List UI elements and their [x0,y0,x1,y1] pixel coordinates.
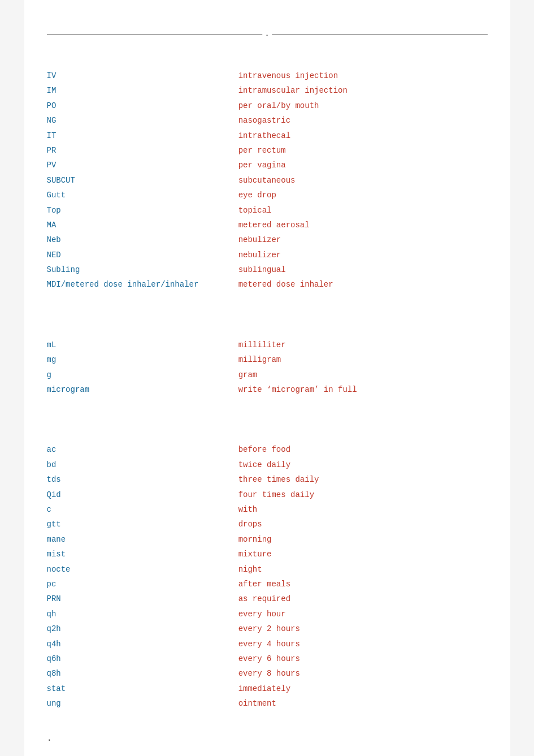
abbreviation-cell: gtt [47,517,238,532]
table-row: q2hevery 2 hours [47,621,488,636]
abbreviation-cell: NED [47,248,238,262]
definition-cell: nasogastric [238,113,488,128]
abbreviation-cell: Top [47,203,238,218]
table-row: Subling sublingual [47,262,488,277]
definition-cell: per oral/by mouth [238,98,488,113]
abbreviation-cell: microgram [47,382,238,397]
abbreviation-cell: stat [47,681,238,696]
top-divider: . [47,34,488,34]
abbreviation-cell: Gutt [47,188,238,202]
table-row: IMintramuscular injection [47,83,488,98]
abbreviation-cell: IV [47,68,238,83]
definition-cell: nebulizer [238,248,488,262]
definition-cell: twice daily [238,457,488,472]
table-row: bdtwice daily [47,457,488,472]
table-row: PVper vagina [47,158,488,172]
table-row: MDI/metered dose inhaler/inhalermetered … [47,277,488,292]
table-row: MAmetered aerosal [47,218,488,232]
table-row: Neb nebulizer [47,232,488,247]
abbreviation-cell: mane [47,532,238,547]
definition-cell: gram [238,368,488,382]
table-row: NG nasogastric [47,113,488,128]
definition-cell: after meals [238,577,488,591]
abbreviation-cell: IM [47,83,238,98]
page: . IVintravenous injectionIMintramuscular… [24,0,510,756]
table-row: Gutt eye drop [47,188,488,202]
definition-cell: nebulizer [238,232,488,247]
definition-cell: topical [238,203,488,218]
definition-cell: intramuscular injection [238,83,488,98]
definition-cell: milliliter [238,338,488,352]
definition-cell: per rectum [238,143,488,158]
table-row: acbefore food [47,442,488,457]
abbreviation-cell: q6h [47,651,238,666]
definition-cell: morning [238,532,488,547]
abbreviation-cell: NG [47,113,238,128]
table-row: nocte night [47,562,488,577]
abbreviation-cell: nocte [47,562,238,577]
table-row: POper oral/by mouth [47,98,488,113]
abbreviation-cell: PR [47,143,238,158]
definition-cell: write ‘microgram’ in full [238,382,488,397]
definition-cell: per vagina [238,158,488,172]
definition-cell: mixture [238,547,488,561]
abbreviation-cell: mL [47,338,238,352]
timing-section: acbefore foodbdtwice dailytdsthree times… [47,442,488,711]
definition-cell: milligram [238,352,488,367]
abbreviation-cell: MA [47,218,238,232]
definition-cell: drops [238,517,488,532]
abbreviation-cell: c [47,502,238,517]
table-row: q8hevery 8 hours [47,666,488,681]
definition-cell: every 8 hours [238,666,488,681]
definition-cell: with [238,502,488,517]
routes-section: IVintravenous injectionIMintramuscular i… [47,68,488,292]
abbreviation-cell: mg [47,352,238,367]
section-gap-1 [47,315,488,338]
abbreviation-cell: q4h [47,637,238,651]
abbreviation-cell: Neb [47,232,238,247]
abbreviation-cell: q2h [47,621,238,636]
definition-cell: every 6 hours [238,651,488,666]
abbreviation-cell: Qid [47,487,238,502]
abbreviation-cell: qh [47,607,238,621]
table-row: mLmilliliter [47,338,488,352]
table-row: Qidfour times daily [47,487,488,502]
definition-cell: ointment [238,696,488,711]
definition-cell: night [238,562,488,577]
abbreviation-cell: ac [47,442,238,457]
table-row: statimmediately [47,681,488,696]
table-row: ungointment [47,696,488,711]
table-row: PRNas required [47,591,488,606]
table-row: mistmixture [47,547,488,561]
definition-cell: eye drop [238,188,488,202]
abbreviation-cell: SUBCUT [47,173,238,188]
table-row: ITintrathecal [47,128,488,143]
table-row: Top topical [47,203,488,218]
top-dot: . [262,29,272,39]
table-row: mgmilligram [47,352,488,367]
abbreviation-cell: ung [47,696,238,711]
abbreviation-cell: mist [47,547,238,561]
definition-cell: immediately [238,681,488,696]
table-row: pcafter meals [47,577,488,591]
units-section: mLmillilitermgmilligramg grammicrogramwr… [47,338,488,398]
table-row: q6hevery 6 hours [47,651,488,666]
abbreviation-cell: PV [47,158,238,172]
abbreviation-cell: PO [47,98,238,113]
definition-cell: subcutaneous [238,173,488,188]
table-row: g gram [47,368,488,382]
definition-cell: every 4 hours [238,637,488,651]
definition-cell: every 2 hours [238,621,488,636]
abbreviation-cell: IT [47,128,238,143]
definition-cell: sublingual [238,262,488,277]
table-row: IVintravenous injection [47,68,488,83]
abbreviation-cell: Subling [47,262,238,277]
table-row: NEDnebulizer [47,248,488,262]
definition-cell: metered dose inhaler [238,277,488,292]
definition-cell: before food [238,442,488,457]
table-row: tdsthree times daily [47,472,488,487]
abbreviation-cell: bd [47,457,238,472]
section-gap-2 [47,420,488,442]
definition-cell: intravenous injection [238,68,488,83]
abbreviation-cell: MDI/metered dose inhaler/inhaler [47,277,238,292]
